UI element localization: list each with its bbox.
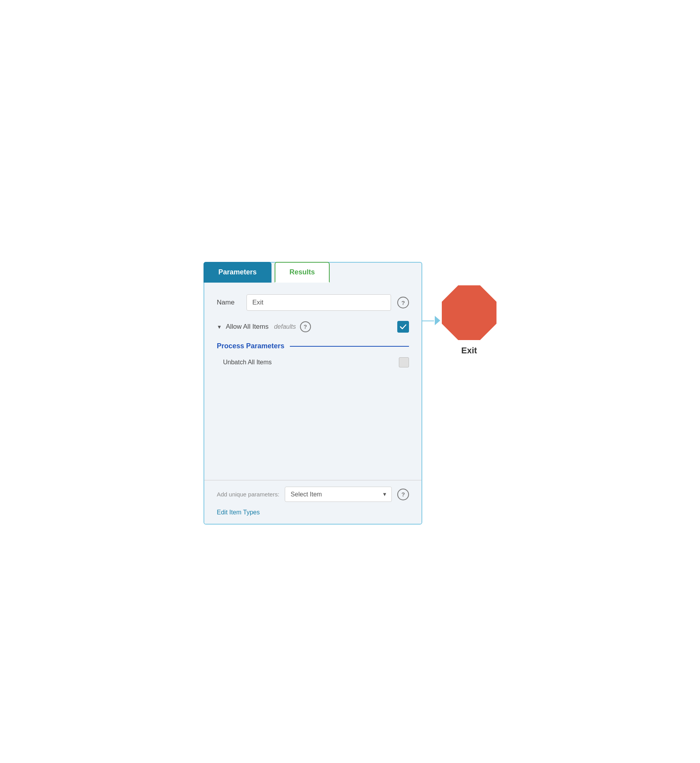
exit-node-shape[interactable] — [442, 285, 496, 340]
right-side: Exit — [422, 262, 496, 356]
name-input[interactable] — [246, 294, 391, 311]
add-params-label: Add unique parameters: — [217, 490, 279, 498]
select-item-dropdown[interactable]: Select Item — [285, 487, 392, 502]
bottom-row: Add unique parameters: Select Item ▼ ? — [217, 487, 409, 502]
select-item-wrapper: Select Item ▼ — [285, 487, 392, 502]
allow-all-items-row: ▼ Allow All Items defaults ? — [217, 321, 409, 333]
exit-node-label: Exit — [461, 346, 477, 356]
outer-wrapper: Parameters Results Name ? ▼ Allow All It… — [204, 262, 496, 525]
unbatch-label: Unbatch All Items — [223, 359, 399, 366]
process-parameters-label: Process Parameters — [217, 342, 284, 350]
bottom-divider — [204, 480, 421, 480]
name-help-icon[interactable]: ? — [397, 297, 409, 308]
arrow-connector — [422, 313, 442, 328]
panel-body: Name ? ▼ Allow All Items defaults ? — [204, 283, 421, 524]
section-divider-line — [290, 346, 409, 347]
unbatch-checkbox[interactable] — [399, 357, 409, 367]
allow-help-icon[interactable]: ? — [300, 321, 311, 332]
unbatch-row: Unbatch All Items — [217, 357, 409, 367]
edit-item-types-link[interactable]: Edit Item Types — [217, 509, 260, 516]
defaults-text: defaults — [274, 323, 296, 330]
process-parameters-section-header: Process Parameters — [217, 342, 409, 350]
tab-parameters[interactable]: Parameters — [204, 262, 271, 283]
tab-results[interactable]: Results — [275, 262, 330, 283]
name-label: Name — [217, 299, 240, 306]
node-container: Exit — [442, 285, 496, 356]
allow-all-items-checkbox[interactable] — [397, 321, 409, 333]
content-area — [217, 371, 409, 480]
bottom-help-icon[interactable]: ? — [397, 489, 409, 500]
tabs-row: Parameters Results — [204, 262, 421, 283]
name-row: Name ? — [217, 294, 409, 311]
chevron-down-icon[interactable]: ▼ — [217, 324, 222, 330]
panel-container: Parameters Results Name ? ▼ Allow All It… — [204, 262, 422, 525]
allow-all-items-label: Allow All Items — [226, 323, 269, 331]
